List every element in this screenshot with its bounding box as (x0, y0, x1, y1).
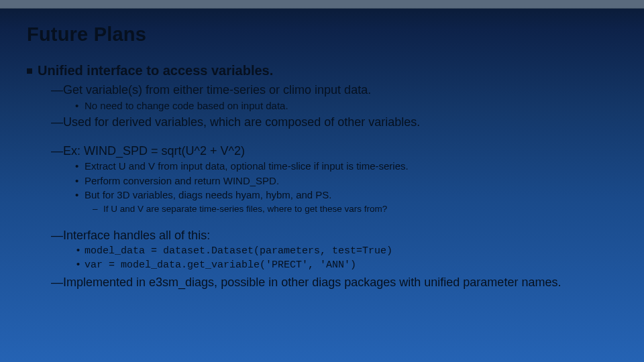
list-item-text: Get variable(s) from either time-series … (63, 83, 371, 97)
code-text: var = model_data.get_variable('PRECT', '… (85, 259, 356, 271)
list-item-text: But for 3D variables, diags needs hyam, … (85, 189, 332, 200)
content-area: Future Plans Unified interface to access… (0, 9, 644, 290)
dot-icon: • (75, 259, 85, 272)
bullet-heading: Unified interface to access variables. (27, 63, 617, 78)
list-item: •Perform conversion and return WIND_SPD. (75, 174, 617, 188)
dash-icon: — (51, 82, 63, 98)
list-item: —Interface handles all of this: (52, 228, 617, 243)
bullet-heading-text: Unified interface to access variables. (38, 63, 273, 78)
list-item: —Used for derived variables, which are c… (52, 115, 617, 130)
dot-icon: • (75, 160, 85, 173)
list-item-text: No need to change code based on input da… (85, 100, 288, 111)
list-item: —Ex: WIND_SPD = sqrt(U^2 + V^2) (52, 143, 617, 159)
dash-icon: – (93, 203, 103, 215)
page-title: Future Plans (27, 23, 617, 46)
list-item-text: Interface handles all of this: (63, 229, 210, 242)
dash-icon: — (51, 275, 63, 290)
dot-icon: • (75, 245, 85, 258)
code-text: model_data = dataset.Dataset(parameters,… (85, 245, 392, 257)
dash-icon: — (51, 115, 63, 130)
list-item: —Get variable(s) from either time-series… (52, 82, 617, 98)
list-item-text: Perform conversion and return WIND_SPD. (85, 175, 279, 186)
list-item-text: Used for derived variables, which are co… (63, 115, 420, 129)
dot-icon: • (75, 99, 85, 113)
list-item-text: Implemented in e3sm_diags, possible in o… (63, 276, 561, 289)
list-item-text: Extract U and V from input data, optiona… (85, 160, 409, 172)
slide: Future Plans Unified interface to access… (0, 0, 644, 362)
code-line: •var = model_data.get_variable('PRECT', … (75, 259, 617, 272)
top-bar (0, 0, 644, 9)
list-item: •But for 3D variables, diags needs hyam,… (75, 188, 617, 202)
list-item-text: If U and V are separate time-series file… (103, 204, 387, 214)
list-item: •No need to change code based on input d… (75, 99, 617, 113)
dash-icon: — (51, 228, 63, 243)
sub-list: —Get variable(s) from either time-series… (52, 82, 617, 290)
dot-icon: • (75, 188, 85, 202)
list-item: •Extract U and V from input data, option… (75, 160, 617, 173)
list-item: —Implemented in e3sm_diags, possible in … (52, 275, 617, 290)
dash-icon: — (51, 143, 63, 159)
square-bullet-icon (27, 68, 32, 74)
list-item-text: Ex: WIND_SPD = sqrt(U^2 + V^2) (63, 144, 245, 158)
list-item: –If U and V are separate time-series fil… (93, 203, 617, 215)
dot-icon: • (75, 174, 85, 188)
code-line: •model_data = dataset.Dataset(parameters… (75, 245, 617, 258)
